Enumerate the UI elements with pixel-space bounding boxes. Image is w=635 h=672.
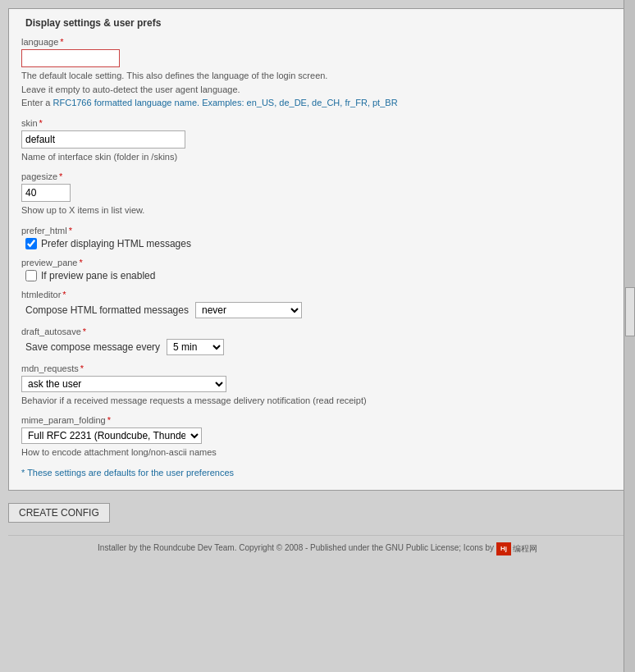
preview-pane-checkbox-row: If preview pane is enabled (25, 270, 614, 281)
preview-pane-checkbox-label: If preview pane is enabled (41, 270, 155, 281)
mdn-requests-label: mdn_requests* (21, 363, 614, 373)
prefer-html-checkbox-row: Prefer displaying HTML messages (25, 238, 614, 249)
footer-text: Installer by the Roundcube Dev Team. Cop… (98, 543, 494, 552)
create-config-button[interactable]: CREATE CONFIG (8, 503, 110, 523)
mdn-requests-select[interactable]: ask the user always send never send igno… (21, 376, 226, 392)
skin-input[interactable] (21, 130, 185, 149)
language-desc: The default locale setting. This also de… (21, 69, 614, 110)
preview-pane-field-row: preview_pane* If preview pane is enabled (21, 258, 614, 281)
language-input[interactable] (21, 49, 120, 67)
scrollbar-thumb[interactable] (625, 287, 635, 336)
logo-text: 编程网 (513, 543, 537, 555)
rfc1766-link[interactable]: RFC1766 (53, 98, 92, 107)
skin-field-row: skin* Name of interface skin (folder in … (21, 118, 614, 164)
mime-param-folding-label: mime_param_folding* (21, 415, 614, 425)
pagesize-label: pagesize* (21, 171, 614, 181)
preview-pane-label: preview_pane* (21, 258, 614, 267)
language-field-row: language* The default locale setting. Th… (21, 37, 614, 110)
draft-autosave-field-row: draft_autosave* Save compose message eve… (21, 327, 614, 355)
settings-note: * These settings are defaults for the us… (21, 468, 614, 478)
skin-desc: Name of interface skin (folder in /skins… (21, 150, 614, 164)
mime-param-folding-desc: How to encode attachment long/non-ascii … (21, 446, 614, 459)
htmleditor-label: htmleditor* (21, 290, 614, 299)
create-config-section: CREATE CONFIG (8, 503, 627, 523)
language-label: language* (21, 37, 614, 47)
footer: Installer by the Roundcube Dev Team. Cop… (8, 535, 627, 555)
prefer-html-checkbox-label: Prefer displaying HTML messages (41, 238, 191, 249)
htmleditor-field-row: htmleditor* Compose HTML formatted messa… (21, 290, 614, 318)
preview-pane-checkbox[interactable] (25, 270, 37, 281)
pagesize-input[interactable] (21, 184, 71, 202)
prefer-html-label: prefer_html* (21, 226, 614, 235)
logo-icon: Hj (496, 542, 511, 555)
htmleditor-inline-label: Compose HTML formatted messages (25, 304, 189, 316)
mime-param-folding-select[interactable]: Full RFC 2231 (Roundcube, Thunderbird) R… (21, 427, 202, 444)
page-wrapper: Display settings & user prefs language* … (0, 0, 635, 672)
draft-autosave-label: draft_autosave* (21, 327, 614, 336)
htmleditor-select[interactable]: never always on_reply (195, 302, 302, 318)
display-settings-fieldset: Display settings & user prefs language* … (8, 8, 627, 491)
htmleditor-inline: Compose HTML formatted messages never al… (25, 302, 614, 318)
pagesize-desc: Show up to X items in list view. (21, 203, 614, 217)
prefer-html-checkbox[interactable] (25, 238, 37, 249)
mdn-requests-field-row: mdn_requests* ask the user always send n… (21, 363, 614, 408)
draft-autosave-select[interactable]: never 1 min 3 min 5 min 10 min 30 min (167, 339, 224, 355)
fieldset-legend: Display settings & user prefs (21, 17, 165, 29)
pagesize-field-row: pagesize* Show up to X items in list vie… (21, 171, 614, 217)
mdn-requests-desc: Behavior if a received message requests … (21, 394, 614, 408)
mime-param-folding-field-row: mime_param_folding* Full RFC 2231 (Round… (21, 415, 614, 459)
footer-logo: Hj 编程网 (496, 542, 537, 555)
draft-autosave-inline: Save compose message every never 1 min 3… (25, 339, 614, 355)
prefer-html-field-row: prefer_html* Prefer displaying HTML mess… (21, 226, 614, 249)
skin-label: skin* (21, 118, 614, 128)
scrollbar[interactable] (624, 0, 635, 672)
draft-autosave-inline-label: Save compose message every (25, 341, 160, 353)
